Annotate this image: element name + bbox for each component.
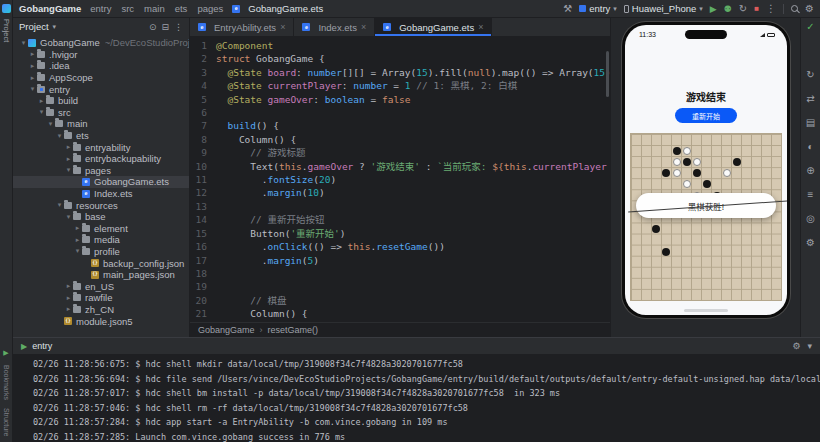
chevron-icon[interactable]: ▾	[19, 39, 28, 47]
close-icon[interactable]: ×	[280, 22, 285, 32]
tree-item[interactable]: ▸en_US	[13, 280, 189, 292]
tree-item[interactable]: ▸entrybackupability	[13, 153, 189, 165]
chevron-icon[interactable]: ▸	[64, 155, 73, 163]
chevron-icon[interactable]: ▸	[28, 50, 37, 58]
code-line[interactable]: 7 build() {	[190, 119, 610, 132]
tree-item[interactable]: ▾resources	[13, 199, 189, 211]
rerun-icon[interactable]: ↻	[739, 4, 747, 14]
chevron-icon[interactable]: ▸	[73, 224, 82, 232]
previewer-settings-icon[interactable]: ⚙	[806, 238, 815, 248]
code-line[interactable]: 15 Button('重新开始')	[190, 227, 610, 240]
chevron-icon[interactable]: ▸	[64, 143, 73, 151]
chevron-icon[interactable]: ▾	[55, 201, 64, 209]
chevron-icon[interactable]: ▾	[64, 166, 73, 174]
console-settings-icon[interactable]: ⚙	[792, 341, 800, 351]
breadcrumb-item[interactable]: pages	[197, 3, 223, 14]
locate-file-icon[interactable]: ⊙	[149, 22, 157, 32]
stop-button[interactable]: ■	[754, 4, 759, 13]
settings-gear-icon[interactable]: ⚙	[805, 4, 814, 14]
breadcrumb-item[interactable]: main	[144, 3, 165, 14]
code-line[interactable]: 11 .fontSize(20)	[190, 173, 610, 186]
tree-item[interactable]: ▾pages	[13, 165, 189, 177]
code-line[interactable]: 12 .margin(10)	[190, 186, 610, 199]
more-actions-icon[interactable]: ⋮	[766, 4, 776, 14]
editor-tab[interactable]: eIndex.ets×	[294, 18, 375, 36]
tree-item[interactable]: ▸rawfile	[13, 292, 189, 304]
tree-item[interactable]: ▸build	[13, 95, 189, 107]
success-check-icon[interactable]: ✓	[806, 22, 814, 32]
target-icon[interactable]: ◎	[806, 214, 815, 224]
run-tool-window-icon[interactable]: ▶	[3, 349, 8, 357]
refresh-icon[interactable]: ↻	[806, 70, 814, 80]
console-output[interactable]: 02/26 11:28:56:675: $ hdc shell mkdir da…	[13, 354, 820, 442]
restart-button[interactable]: 重新开始	[675, 108, 737, 123]
code-line[interactable]: 4 @State currentPlayer: number = 1 // 1:…	[190, 79, 610, 92]
rotate-device-icon[interactable]: ⇄	[806, 94, 814, 104]
editor-scrollbar[interactable]	[606, 51, 609, 97]
code-line[interactable]: 17 .margin(5)	[190, 254, 610, 267]
editor-breadcrumb-item[interactable]: GobangGame	[198, 325, 255, 335]
chevron-icon[interactable]: ▸	[64, 305, 73, 313]
tree-item[interactable]: ▸.hvigor	[13, 49, 189, 61]
tree-item[interactable]: ▸.idea	[13, 60, 189, 72]
code-line[interactable]: 21 Column() {	[190, 307, 610, 320]
code-line[interactable]: 13	[190, 200, 610, 213]
tree-item[interactable]: ▸zh_CN	[13, 304, 189, 316]
tree-item[interactable]: ▾main	[13, 118, 189, 130]
chevron-icon[interactable]: ▾	[28, 85, 37, 93]
collapse-all-icon[interactable]: ⊟	[161, 22, 169, 32]
code-line[interactable]: 5 @State gameOver: boolean = false	[190, 93, 610, 106]
chevron-icon[interactable]: ▸	[64, 294, 73, 302]
tree-item[interactable]: {}main_pages.json	[13, 269, 189, 281]
chevron-icon[interactable]: ▸	[64, 282, 73, 290]
current-file-chip[interactable]: e GobangGame.ets	[232, 3, 323, 14]
device-selector[interactable]: Huawei_Phone ▾	[624, 3, 703, 14]
inspector-icon[interactable]: ⊕	[806, 166, 814, 176]
code-line[interactable]: 2struct GobangGame {	[190, 52, 610, 65]
chevron-icon[interactable]: ▾	[37, 108, 46, 116]
tree-item[interactable]: eIndex.ets	[13, 188, 189, 200]
code-line[interactable]: 16 .onClick(() => this.resetGame())	[190, 240, 610, 253]
code-line[interactable]: 14 // 重新开始按钮	[190, 213, 610, 226]
editor-tab[interactable]: eGobangGame.ets×	[375, 18, 492, 36]
tree-item[interactable]: {}module.json5	[13, 315, 189, 327]
panel-options-icon[interactable]: ⋮	[174, 22, 183, 32]
project-tree[interactable]: ▾GobangGame~/DevEcoStudioProjects/Goba▸.…	[13, 35, 189, 337]
tree-item[interactable]: ▾base	[13, 211, 189, 223]
orientation-icon[interactable]: ▤	[806, 118, 815, 128]
tree-item[interactable]: ▾entry	[13, 83, 189, 95]
close-icon[interactable]: ×	[478, 22, 483, 32]
chevron-icon[interactable]: ▸	[73, 236, 82, 244]
search-icon[interactable]	[791, 5, 798, 12]
tree-item[interactable]: eGobangGame.ets	[13, 176, 189, 188]
code-line[interactable]: 20 // 棋盘	[190, 294, 610, 307]
chevron-icon[interactable]: ▾	[46, 120, 55, 128]
tree-item[interactable]: ▸media	[13, 234, 189, 246]
project-panel-title[interactable]: Project	[19, 21, 49, 32]
breadcrumb-item[interactable]: entry	[90, 3, 111, 14]
code-line[interactable]: 9 // 游戏标题	[190, 146, 610, 159]
run-config-selector[interactable]: entry ▾	[579, 3, 617, 14]
tree-item[interactable]: ▸AppScope	[13, 72, 189, 84]
build-hammer-icon[interactable]: ⚒	[563, 4, 572, 14]
run-tab[interactable]: entry	[32, 341, 52, 351]
chevron-icon[interactable]: ▸	[28, 62, 37, 70]
editor-breadcrumb-item[interactable]: resetGame()	[268, 325, 319, 335]
hide-panel-icon[interactable]: ▾	[807, 341, 812, 351]
tool-window-button-project[interactable]: Project	[2, 19, 11, 42]
code-line[interactable]: 6	[190, 106, 610, 119]
chevron-icon[interactable]: ▸	[37, 97, 46, 105]
chevron-icon[interactable]: ▾	[64, 213, 73, 221]
component-list-icon[interactable]: ≡	[808, 190, 814, 200]
editor-tab[interactable]: eEntryAbility.ets×	[190, 18, 294, 36]
breadcrumb-item[interactable]: src	[121, 3, 134, 14]
chevron-icon[interactable]: ▾	[73, 247, 82, 255]
tree-item[interactable]: ▸entryability	[13, 141, 189, 153]
project-name[interactable]: GobangGame	[19, 3, 81, 14]
tool-window-button-structure[interactable]: Structure	[3, 408, 10, 436]
code-line[interactable]: 1@Component	[190, 39, 610, 52]
tool-window-button-bookmarks[interactable]: Bookmarks	[3, 365, 10, 400]
tree-item[interactable]: ▾GobangGame~/DevEcoStudioProjects/Goba	[13, 37, 189, 49]
code-area[interactable]: 1@Component2struct GobangGame {3 @State …	[190, 37, 610, 322]
code-line[interactable]: 3 @State board: number[][] = Array(15).f…	[190, 66, 610, 79]
